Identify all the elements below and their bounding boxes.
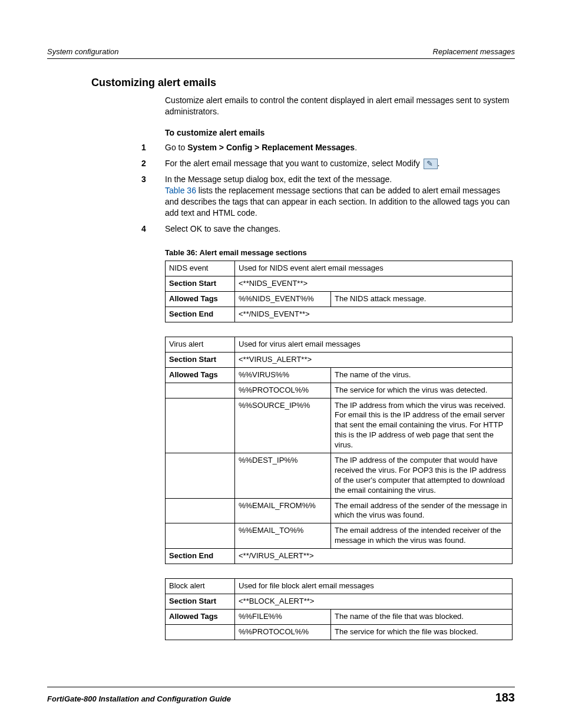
table-row: %%SOURCE_IP%% The IP address from which … xyxy=(166,398,513,453)
tag-desc: The service for which the file was block… xyxy=(331,624,513,640)
step-1-text-a: Go to xyxy=(165,143,187,152)
table-ref-link[interactable]: Table 36 xyxy=(165,186,196,195)
running-header: System configuration Replacement message… xyxy=(47,47,515,59)
row-label-tags: Allowed Tags xyxy=(166,367,235,383)
tag-name: %%FILE%% xyxy=(235,609,331,624)
step-1: 1 Go to System > Config > Replacement Me… xyxy=(47,142,515,153)
tag-desc: The service for which the virus was dete… xyxy=(331,383,513,398)
table-row: %%EMAIL_FROM%% The email address of the … xyxy=(166,498,513,523)
table-title: Virus alert xyxy=(166,337,235,352)
table-desc: Used for file block alert email messages xyxy=(235,579,513,594)
table-row: Virus alert Used for virus alert email m… xyxy=(166,337,513,352)
tag-name: %%SOURCE_IP%% xyxy=(235,398,331,453)
table-row: Section End <**/NIDS_EVENT**> xyxy=(166,307,513,322)
tag-desc: The IP address from which the virus was … xyxy=(331,398,513,453)
table-row: %%DEST_IP%% The IP address of the comput… xyxy=(166,453,513,499)
row-label-tags: Allowed Tags xyxy=(166,609,235,624)
table-title: Block alert xyxy=(166,579,235,594)
table-row: Section Start <**BLOCK_ALERT**> xyxy=(166,594,513,609)
tag-desc: The name of the virus. xyxy=(331,367,513,383)
table-desc: Used for virus alert email messages xyxy=(235,337,513,352)
table-caption: Table 36: Alert email message sections xyxy=(165,248,515,257)
header-left: System configuration xyxy=(47,47,118,56)
header-right: Replacement messages xyxy=(433,47,515,56)
step-4-text: Select OK to save the changes. xyxy=(165,223,515,235)
table-row: %%PROTOCOL%% The service for which the v… xyxy=(166,383,513,398)
tag-desc: The email address of the sender of the m… xyxy=(331,498,513,523)
tag-name: %%NIDS_EVENT%% xyxy=(235,292,331,307)
row-label-start: Section Start xyxy=(166,352,235,367)
table-row: Section Start <**NIDS_EVENT**> xyxy=(166,276,513,292)
section-end-value: <**/NIDS_EVENT**> xyxy=(235,307,513,322)
tag-name: %%DEST_IP%% xyxy=(235,453,331,499)
table-block-alert: Block alert Used for file block alert em… xyxy=(165,578,513,640)
table-row: Allowed Tags %%FILE%% The name of the fi… xyxy=(166,609,513,624)
table-row: Section End <**/VIRUS_ALERT**> xyxy=(166,549,513,564)
step-4: 4 Select OK to save the changes. xyxy=(47,223,515,235)
table-row: NIDS event Used for NIDS event alert ema… xyxy=(166,261,513,276)
section-end-value: <**/VIRUS_ALERT**> xyxy=(235,549,513,564)
intro-paragraph: Customize alert emails to control the co… xyxy=(165,95,515,117)
section-start-value: <**BLOCK_ALERT**> xyxy=(235,594,513,609)
table-row: %%PROTOCOL%% The service for which the f… xyxy=(166,624,513,640)
step-number: 1 xyxy=(141,142,165,153)
table-nids-event: NIDS event Used for NIDS event alert ema… xyxy=(165,261,513,322)
section-heading: Customizing alert emails xyxy=(91,77,515,89)
tag-name: %%VIRUS%% xyxy=(235,367,331,383)
step-number: 3 xyxy=(141,174,165,219)
step-3b-text: lists the replacement message sections t… xyxy=(165,186,510,218)
row-label-tags: Allowed Tags xyxy=(166,292,235,307)
table-desc: Used for NIDS event alert email messages xyxy=(235,261,513,276)
section-start-value: <**NIDS_EVENT**> xyxy=(235,276,513,292)
tag-desc: The NIDS attack message. xyxy=(331,292,513,307)
row-label-end: Section End xyxy=(166,307,235,322)
table-virus-alert: Virus alert Used for virus alert email m… xyxy=(165,337,513,564)
row-label-start: Section Start xyxy=(166,276,235,292)
step-3: 3 In the Message setup dialog box, edit … xyxy=(47,174,515,219)
step-1-text-c: . xyxy=(355,143,357,152)
step-number: 4 xyxy=(141,223,165,235)
tag-name: %%PROTOCOL%% xyxy=(235,624,331,640)
tag-name: %%PROTOCOL%% xyxy=(235,383,331,398)
table-row: Block alert Used for file block alert em… xyxy=(166,579,513,594)
table-row: Allowed Tags %%VIRUS%% The name of the v… xyxy=(166,367,513,383)
modify-icon xyxy=(424,159,438,169)
tag-name: %%EMAIL_TO%% xyxy=(235,523,331,549)
table-title: NIDS event xyxy=(166,261,235,276)
page-number: 183 xyxy=(495,691,515,704)
tag-desc: The email address of the intended receiv… xyxy=(331,523,513,549)
row-label-start: Section Start xyxy=(166,594,235,609)
table-row: Section Start <**VIRUS_ALERT**> xyxy=(166,352,513,367)
table-row: Allowed Tags %%NIDS_EVENT%% The NIDS att… xyxy=(166,292,513,307)
step-2-text: For the alert email message that you wan… xyxy=(165,159,422,168)
step-1-path: System > Config > Replacement Messages xyxy=(187,143,355,152)
step-number: 2 xyxy=(141,158,165,169)
tag-desc: The name of the file that was blocked. xyxy=(331,609,513,624)
tag-name: %%EMAIL_FROM%% xyxy=(235,498,331,523)
table-row: %%EMAIL_TO%% The email address of the in… xyxy=(166,523,513,549)
tag-desc: The IP address of the computer that woul… xyxy=(331,453,513,499)
row-label-end: Section End xyxy=(166,549,235,564)
step-2: 2 For the alert email message that you w… xyxy=(47,158,515,169)
step-3-text: In the Message setup dialog box, edit th… xyxy=(165,174,515,185)
page-footer: FortiGate-800 Installation and Configura… xyxy=(47,687,515,704)
section-start-value: <**VIRUS_ALERT**> xyxy=(235,352,513,367)
footer-title: FortiGate-800 Installation and Configura… xyxy=(47,694,231,703)
procedure-heading: To customize alert emails xyxy=(165,128,515,137)
